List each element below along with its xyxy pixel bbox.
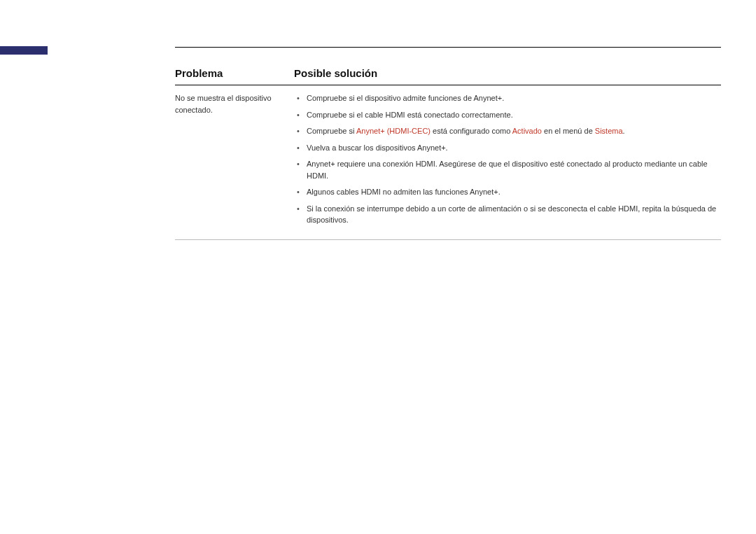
solution-text-part: .	[623, 127, 625, 135]
divider-top	[175, 47, 721, 48]
highlight-anynet: Anynet+ (HDMI-CEC)	[356, 127, 430, 135]
solution-text: Algunos cables HDMI no admiten las funci…	[307, 188, 500, 196]
solution-list: Compruebe si el dispositivo admite funci…	[294, 92, 721, 226]
list-item: Vuelva a buscar los dispositivos Anynet+…	[294, 142, 721, 154]
list-item: Compruebe si el cable HDMI está conectad…	[294, 109, 721, 121]
page-tab-marker	[0, 46, 48, 55]
solution-text: Vuelva a buscar los dispositivos Anynet+…	[307, 143, 448, 152]
problem-cell: No se muestra el dispositivo conectado.	[175, 92, 294, 231]
solution-text: Si la conexión se interrumpe debido a un…	[307, 204, 716, 225]
table-header-row: Problema Posible solución	[175, 67, 721, 85]
highlight-sistema: Sistema	[595, 127, 623, 135]
divider-footer	[175, 239, 721, 240]
header-solution: Posible solución	[294, 67, 721, 85]
list-item: Anynet+ requiere una conexión HDMI. Aseg…	[294, 158, 721, 181]
highlight-activado: Activado	[512, 127, 542, 135]
solution-text: Anynet+ requiere una conexión HDMI. Aseg…	[307, 160, 708, 180]
list-item: Compruebe si el dispositivo admite funci…	[294, 92, 721, 104]
list-item: Si la conexión se interrumpe debido a un…	[294, 203, 721, 226]
solution-text: Compruebe si el dispositivo admite funci…	[307, 94, 504, 102]
content-area: Problema Posible solución No se muestra …	[175, 47, 721, 240]
list-item: Compruebe si Anynet+ (HDMI-CEC) está con…	[294, 125, 721, 137]
table-body-row: No se muestra el dispositivo conectado. …	[175, 92, 721, 231]
solution-text-part: está configurado como	[430, 127, 512, 135]
divider-header	[175, 85, 721, 85]
list-item: Algunos cables HDMI no admiten las funci…	[294, 186, 721, 198]
solution-text: Compruebe si el cable HDMI está conectad…	[307, 111, 513, 119]
solution-text-part: en el menú de	[542, 127, 595, 135]
solution-cell: Compruebe si el dispositivo admite funci…	[294, 92, 721, 231]
header-problem: Problema	[175, 67, 294, 85]
solution-text-part: Compruebe si	[307, 127, 356, 135]
